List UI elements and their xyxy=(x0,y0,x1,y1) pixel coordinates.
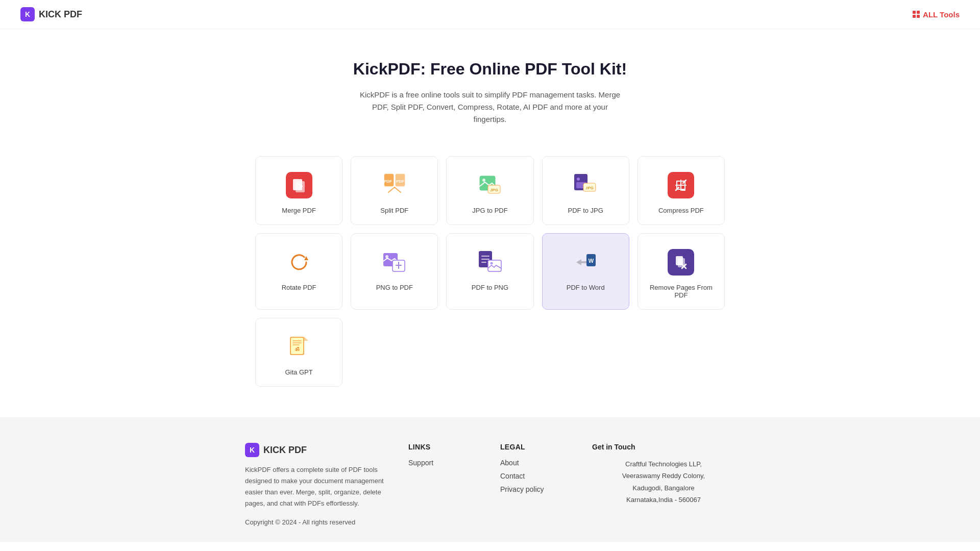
footer-legal-list: About Contact Privacy policy xyxy=(500,458,572,494)
gita-gpt-icon: ॐ xyxy=(286,334,312,360)
footer-contact-address: Craftful Technologies LLP, Veeraswamy Re… xyxy=(592,458,735,506)
svg-line-9 xyxy=(395,187,401,192)
tool-card-merge-pdf[interactable]: Merge PDF xyxy=(255,156,342,225)
footer-support-link[interactable]: Support xyxy=(408,459,433,467)
svg-text:JPG: JPG xyxy=(490,188,498,192)
all-tools-button[interactable]: ALL Tools xyxy=(913,10,960,19)
footer-about-link[interactable]: About xyxy=(500,459,519,467)
svg-point-28 xyxy=(490,262,493,265)
tool-card-gita-gpt[interactable]: ॐ Gita GPT xyxy=(255,318,342,387)
hero-title: KickPDF: Free Online PDF Tool Kit! xyxy=(10,60,970,79)
svg-text:PDF: PDF xyxy=(396,179,404,184)
gita-gpt-icon-wrap: ॐ xyxy=(285,333,313,361)
tools-section: Merge PDF PDF PDF Split PDF xyxy=(245,156,735,387)
logo-icon: K xyxy=(20,7,35,21)
grid-icon xyxy=(913,11,920,18)
logo[interactable]: K KICK PDF xyxy=(20,7,82,21)
png-to-pdf-icon-wrap xyxy=(380,248,409,277)
tool-card-split-pdf[interactable]: PDF PDF Split PDF xyxy=(351,156,438,225)
list-item: Support xyxy=(408,458,480,467)
list-item: Contact xyxy=(500,471,572,481)
tool-card-jpg-to-pdf[interactable]: JPG JPG to PDF xyxy=(446,156,533,225)
footer-inner: K KICK PDF KickPDF offers a complete sui… xyxy=(245,443,735,527)
footer-legal-heading: LEGAL xyxy=(500,443,572,451)
tool-card-pdf-to-png[interactable]: PDF to PNG xyxy=(446,233,533,310)
pdf-to-word-icon: W xyxy=(572,249,599,276)
pdf-to-word-label: PDF to Word xyxy=(551,284,621,291)
svg-point-11 xyxy=(482,179,485,182)
pdf-to-png-label: PDF to PNG xyxy=(455,284,525,291)
tool-card-pdf-to-jpg[interactable]: JPG PDF to JPG xyxy=(542,156,629,225)
footer-contact-heading: Get in Touch xyxy=(592,443,735,451)
svg-point-21 xyxy=(385,255,388,258)
all-tools-label: ALL Tools xyxy=(923,10,960,19)
jpg-to-pdf-icon: JPG xyxy=(477,172,503,198)
footer-copyright: Copyright © 2024 - All rights reserved xyxy=(245,518,355,526)
footer-links-list: Support xyxy=(408,458,480,467)
pdf-to-jpg-icon-wrap: JPG xyxy=(571,171,600,199)
footer-contact-col: Get in Touch Craftful Technologies LLP, … xyxy=(592,443,735,527)
tool-card-remove-pages[interactable]: Remove Pages From PDF xyxy=(638,233,725,310)
svg-text:JPG: JPG xyxy=(585,186,594,190)
remove-pages-label: Remove Pages From PDF xyxy=(646,284,716,299)
pdf-to-png-icon xyxy=(477,249,503,276)
gita-gpt-label: Gita GPT xyxy=(264,368,334,376)
tool-card-compress-pdf[interactable]: Compress PDF xyxy=(638,156,725,225)
remove-pages-icon xyxy=(668,249,694,276)
svg-point-16 xyxy=(577,178,580,181)
tool-card-rotate-pdf[interactable]: Rotate PDF xyxy=(255,233,342,310)
footer-contact-link[interactable]: Contact xyxy=(500,472,525,480)
rotate-pdf-label: Rotate PDF xyxy=(264,284,334,291)
logo-text: KICK PDF xyxy=(39,9,82,20)
hero-description: KickPDF is a free online tools suit to s… xyxy=(357,89,623,126)
hero-section: KickPDF: Free Online PDF Tool Kit! KickP… xyxy=(0,29,980,141)
rotate-pdf-icon xyxy=(286,249,312,276)
svg-text:W: W xyxy=(589,258,594,264)
footer-links-col: LINKS Support xyxy=(408,443,480,527)
footer-legal-col: LEGAL About Contact Privacy policy xyxy=(500,443,572,527)
list-item: Privacy policy xyxy=(500,485,572,494)
footer-description: KickPDF offers a complete suite of PDF t… xyxy=(245,464,388,509)
footer-privacy-link[interactable]: Privacy policy xyxy=(500,485,544,493)
svg-text:ॐ: ॐ xyxy=(295,346,300,352)
compress-pdf-icon-wrap xyxy=(667,171,695,199)
merge-pdf-icon-wrap xyxy=(285,171,313,199)
pdf-to-word-icon-wrap: W xyxy=(571,248,600,277)
svg-marker-41 xyxy=(304,337,308,341)
svg-text:PDF: PDF xyxy=(384,179,392,184)
pdf-to-jpg-icon: JPG xyxy=(572,172,599,198)
split-pdf-icon-wrap: PDF PDF xyxy=(380,171,409,199)
tools-grid: Merge PDF PDF PDF Split PDF xyxy=(255,156,725,387)
png-to-pdf-label: PNG to PDF xyxy=(359,284,429,291)
svg-rect-27 xyxy=(488,260,501,271)
tool-card-pdf-to-word[interactable]: W PDF to Word xyxy=(542,233,629,310)
jpg-to-pdf-label: JPG to PDF xyxy=(455,207,525,214)
pdf-to-jpg-label: PDF to JPG xyxy=(551,207,621,214)
compress-pdf-label: Compress PDF xyxy=(646,207,716,214)
rotate-pdf-icon-wrap xyxy=(285,248,313,277)
compress-pdf-icon xyxy=(668,172,694,198)
footer: K KICK PDF KickPDF offers a complete sui… xyxy=(0,417,980,542)
svg-line-8 xyxy=(388,187,395,192)
list-item: About xyxy=(500,458,572,467)
split-pdf-icon: PDF PDF xyxy=(381,172,408,198)
footer-links-heading: LINKS xyxy=(408,443,480,451)
split-pdf-label: Split PDF xyxy=(359,207,429,214)
jpg-to-pdf-icon-wrap: JPG xyxy=(476,171,504,199)
footer-brand: K KICK PDF KickPDF offers a complete sui… xyxy=(245,443,388,527)
png-to-pdf-icon xyxy=(381,249,408,276)
merge-pdf-label: Merge PDF xyxy=(264,207,334,214)
tool-card-png-to-pdf[interactable]: PNG to PDF xyxy=(351,233,438,310)
footer-logo[interactable]: K KICK PDF xyxy=(245,443,307,457)
footer-logo-icon: K xyxy=(245,443,259,457)
svg-rect-1 xyxy=(296,181,305,192)
merge-pdf-icon xyxy=(286,172,312,198)
remove-pages-icon-wrap xyxy=(667,248,695,277)
footer-logo-text: KICK PDF xyxy=(263,445,307,456)
pdf-to-png-icon-wrap xyxy=(476,248,504,277)
